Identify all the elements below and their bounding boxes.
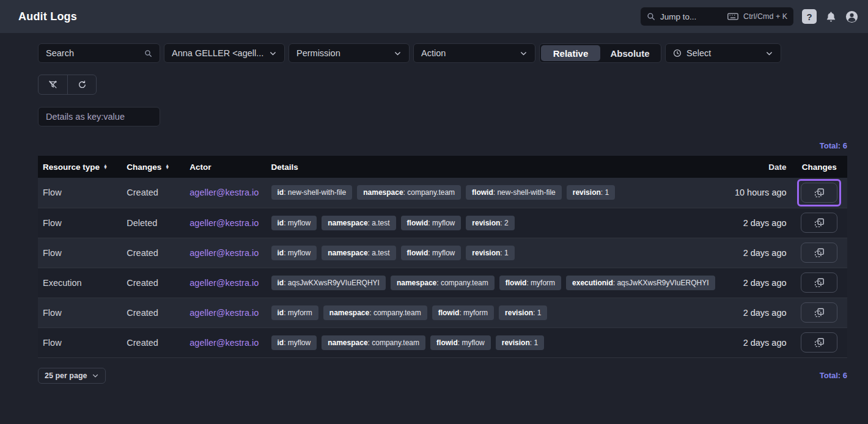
change-type-cell: Created [122, 298, 185, 327]
actor-link[interactable]: ageller@kestra.io [189, 308, 259, 318]
date-cell: 2 days ago [720, 208, 792, 238]
permission-filter-dropdown[interactable]: Permission [289, 43, 410, 63]
detail-badge: id: new-shell-with-file [271, 185, 353, 200]
table-row: Execution Created ageller@kestra.io id: … [38, 268, 847, 298]
topbar-actions: Jump to... Ctrl/Cmd + K ? [641, 7, 858, 26]
diff-copy-icon [814, 187, 825, 199]
chevron-down-icon [520, 49, 528, 57]
detail-badge: id: myflow [271, 335, 317, 350]
page-title: Audit Logs [18, 10, 77, 23]
view-changes-button[interactable] [801, 302, 837, 323]
detail-badge: namespace: a.test [322, 216, 395, 230]
date-range-label: Select [686, 48, 760, 58]
shortcut-hint: Ctrl/Cmd + K [743, 12, 787, 21]
date-cell: 2 days ago [720, 298, 792, 327]
column-resource-type: Resource type ▲▼ [38, 156, 122, 178]
search-icon [144, 49, 152, 57]
details-badges: id: myflownamespace: a.testflowid: myflo… [271, 216, 715, 230]
actor-link[interactable]: ageller@kestra.io [189, 218, 259, 228]
detail-badge: revision: 1 [466, 246, 514, 260]
changes-highlight-frame [797, 239, 841, 266]
detail-badge: flowid: myflow [401, 246, 462, 260]
clock-icon [673, 49, 682, 57]
detail-badge: revision: 1 [499, 305, 547, 320]
sort-icon[interactable]: ▲▼ [165, 164, 169, 169]
actor-link[interactable]: ageller@kestra.io [189, 338, 259, 348]
detail-badge: flowid: myform [432, 305, 494, 320]
date-cell: 2 days ago [720, 327, 792, 357]
changes-highlight-frame [797, 269, 841, 296]
detail-badge: id: aqsJwKXwsR9yVIuERQHYI [271, 276, 386, 290]
detail-badge: id: myflow [271, 216, 317, 230]
actor-link[interactable]: ageller@kestra.io [189, 188, 259, 197]
help-button[interactable]: ? [802, 9, 817, 24]
jump-to-search[interactable]: Jump to... Ctrl/Cmd + K [641, 7, 793, 26]
total-line-top: Total: 6 [38, 140, 847, 151]
detail-badge: namespace: company.team [357, 185, 461, 200]
audit-logs-table: Resource type ▲▼ Changes ▲▼ Actor Detail… [38, 156, 847, 358]
filter-off-icon [48, 79, 58, 90]
table-row: Flow Created ageller@kestra.io id: new-s… [38, 178, 847, 208]
changes-highlight-frame [797, 329, 841, 356]
clear-filters-button[interactable] [39, 75, 67, 94]
search-input[interactable]: Search [38, 43, 160, 63]
sort-icon[interactable]: ▲▼ [103, 164, 108, 169]
permission-filter-label: Permission [296, 48, 389, 58]
change-type-cell: Created [122, 327, 185, 357]
view-changes-button[interactable] [801, 272, 837, 293]
date-cell: 2 days ago [720, 238, 792, 268]
resource-type-cell: Flow [38, 208, 122, 238]
notifications-button[interactable] [825, 11, 837, 23]
keyboard-icon [727, 13, 738, 20]
avatar-icon [845, 10, 858, 23]
chevron-down-icon [394, 49, 402, 57]
column-details: Details [267, 156, 720, 178]
refresh-icon [77, 79, 87, 90]
date-cell: 10 hours ago [720, 178, 792, 208]
detail-badge: namespace: company.team [323, 305, 427, 320]
help-icon: ? [806, 12, 812, 22]
relative-toggle[interactable]: Relative [541, 45, 600, 61]
view-changes-button[interactable] [801, 213, 837, 233]
details-filter-placeholder: Details as key:value [46, 112, 152, 122]
chevron-down-icon [269, 49, 277, 57]
table-body: Flow Created ageller@kestra.io id: new-s… [38, 178, 847, 357]
detail-badge: revision: 1 [567, 185, 615, 200]
view-changes-button[interactable] [801, 183, 837, 203]
actor-link[interactable]: ageller@kestra.io [189, 278, 259, 288]
change-type-cell: Created [122, 268, 185, 298]
diff-copy-icon [814, 337, 825, 348]
column-changes-action: Changes [792, 156, 847, 178]
total-count: Total: 6 [820, 141, 847, 150]
table-row: Flow Deleted ageller@kestra.io id: myflo… [38, 208, 847, 238]
details-filter-input[interactable]: Details as key:value [38, 107, 160, 126]
column-actor: Actor [185, 156, 266, 178]
detail-badge: revision: 2 [466, 216, 514, 230]
view-changes-button[interactable] [801, 243, 837, 263]
total-count-bottom: Total: 6 [820, 371, 847, 380]
view-changes-button[interactable] [801, 332, 837, 353]
detail-badge: revision: 1 [496, 335, 544, 350]
filter-toolbar [38, 75, 97, 95]
details-badges: id: myformnamespace: company.teamflowid:… [271, 305, 715, 320]
user-filter-value: Anna GELLER <agell... [172, 48, 264, 58]
details-badges: id: myflownamespace: a.testflowid: myflo… [271, 246, 715, 260]
per-page-select[interactable]: 25 per page [38, 368, 106, 384]
detail-badge: namespace: company.team [322, 335, 425, 350]
date-range-dropdown[interactable]: Select [665, 43, 781, 63]
absolute-toggle[interactable]: Absolute [600, 45, 660, 61]
resource-type-cell: Flow [38, 238, 122, 268]
jump-to-placeholder: Jump to... [660, 12, 723, 21]
bell-icon [825, 11, 837, 23]
detail-badge: flowid: myform [499, 276, 561, 290]
detail-badge: flowid: myflow [430, 335, 491, 350]
user-menu-button[interactable] [845, 10, 858, 23]
detail-badge: flowid: new-shell-with-file [466, 185, 562, 200]
action-filter-dropdown[interactable]: Action [413, 43, 535, 63]
refresh-button[interactable] [67, 75, 96, 94]
details-badges: id: new-shell-with-filenamespace: compan… [271, 185, 715, 200]
user-filter-dropdown[interactable]: Anna GELLER <agell... [164, 43, 285, 63]
resource-type-cell: Flow [38, 178, 122, 208]
column-changes: Changes ▲▼ [122, 156, 185, 178]
actor-link[interactable]: ageller@kestra.io [189, 248, 259, 258]
